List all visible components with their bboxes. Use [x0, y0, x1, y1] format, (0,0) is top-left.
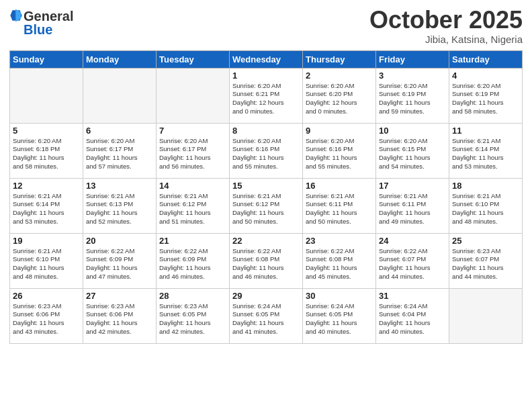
header-wednesday: Wednesday [230, 50, 303, 68]
calendar-cell [157, 68, 230, 123]
logo-general: General [24, 9, 73, 23]
day-number: 24 [379, 236, 446, 246]
day-info: Sunrise: 6:23 AM Sunset: 6:06 PM Dayligh… [13, 302, 80, 336]
header-friday: Friday [376, 50, 449, 68]
day-number: 13 [86, 181, 153, 191]
day-info: Sunrise: 6:24 AM Sunset: 6:05 PM Dayligh… [306, 302, 373, 336]
calendar-cell: 2Sunrise: 6:20 AM Sunset: 6:20 PM Daylig… [303, 68, 376, 123]
calendar-cell: 6Sunrise: 6:20 AM Sunset: 6:17 PM Daylig… [83, 123, 157, 178]
day-info: Sunrise: 6:23 AM Sunset: 6:06 PM Dayligh… [86, 302, 153, 336]
calendar-cell: 4Sunrise: 6:20 AM Sunset: 6:19 PM Daylig… [449, 68, 523, 123]
day-info: Sunrise: 6:22 AM Sunset: 6:08 PM Dayligh… [306, 247, 373, 281]
calendar-week-3: 19Sunrise: 6:21 AM Sunset: 6:10 PM Dayli… [10, 233, 523, 288]
day-info: Sunrise: 6:20 AM Sunset: 6:19 PM Dayligh… [452, 82, 519, 116]
calendar-cell: 19Sunrise: 6:21 AM Sunset: 6:10 PM Dayli… [10, 233, 83, 288]
header-saturday: Saturday [449, 50, 523, 68]
header-thursday: Thursday [303, 50, 376, 68]
day-number: 11 [452, 126, 519, 136]
header: General Blue October 2025 Jibia, Katsina… [9, 7, 523, 45]
day-number: 22 [232, 236, 300, 246]
calendar-week-1: 5Sunrise: 6:20 AM Sunset: 6:18 PM Daylig… [10, 123, 523, 178]
day-number: 8 [232, 126, 300, 136]
header-monday: Monday [83, 50, 157, 68]
header-tuesday: Tuesday [157, 50, 230, 68]
calendar-cell: 1Sunrise: 6:20 AM Sunset: 6:21 PM Daylig… [230, 68, 303, 123]
day-number: 16 [306, 181, 373, 191]
calendar-cell [449, 288, 523, 343]
calendar-cell: 8Sunrise: 6:20 AM Sunset: 6:16 PM Daylig… [230, 123, 303, 178]
day-info: Sunrise: 6:20 AM Sunset: 6:15 PM Dayligh… [379, 137, 446, 171]
calendar-week-4: 26Sunrise: 6:23 AM Sunset: 6:06 PM Dayli… [10, 288, 523, 343]
day-info: Sunrise: 6:20 AM Sunset: 6:19 PM Dayligh… [379, 82, 446, 116]
day-number: 12 [13, 181, 80, 191]
calendar-cell: 11Sunrise: 6:21 AM Sunset: 6:14 PM Dayli… [449, 123, 523, 178]
day-number: 1 [232, 71, 300, 81]
day-info: Sunrise: 6:21 AM Sunset: 6:10 PM Dayligh… [13, 247, 80, 281]
day-number: 4 [452, 71, 519, 81]
calendar-week-0: 1Sunrise: 6:20 AM Sunset: 6:21 PM Daylig… [10, 68, 523, 123]
day-info: Sunrise: 6:21 AM Sunset: 6:11 PM Dayligh… [379, 192, 446, 226]
logo: General Blue [9, 9, 73, 36]
calendar-cell: 16Sunrise: 6:21 AM Sunset: 6:11 PM Dayli… [303, 178, 376, 233]
calendar-cell [10, 68, 83, 123]
day-number: 2 [306, 71, 373, 81]
day-number: 14 [159, 181, 226, 191]
calendar-cell: 27Sunrise: 6:23 AM Sunset: 6:06 PM Dayli… [83, 288, 157, 343]
day-info: Sunrise: 6:24 AM Sunset: 6:04 PM Dayligh… [379, 302, 446, 336]
day-info: Sunrise: 6:23 AM Sunset: 6:07 PM Dayligh… [452, 247, 519, 281]
day-info: Sunrise: 6:20 AM Sunset: 6:17 PM Dayligh… [86, 137, 153, 171]
calendar-cell: 24Sunrise: 6:22 AM Sunset: 6:07 PM Dayli… [376, 233, 449, 288]
day-number: 29 [232, 291, 300, 301]
calendar-week-2: 12Sunrise: 6:21 AM Sunset: 6:14 PM Dayli… [10, 178, 523, 233]
calendar: Sunday Monday Tuesday Wednesday Thursday… [9, 50, 523, 344]
day-info: Sunrise: 6:20 AM Sunset: 6:18 PM Dayligh… [13, 137, 80, 171]
day-number: 6 [86, 126, 153, 136]
calendar-cell: 20Sunrise: 6:22 AM Sunset: 6:09 PM Dayli… [83, 233, 157, 288]
day-info: Sunrise: 6:23 AM Sunset: 6:05 PM Dayligh… [159, 302, 226, 336]
logo-icon [10, 8, 22, 23]
day-info: Sunrise: 6:21 AM Sunset: 6:11 PM Dayligh… [306, 192, 373, 226]
title-block: October 2025 Jibia, Katsina, Nigeria [369, 7, 523, 45]
calendar-header-row: Sunday Monday Tuesday Wednesday Thursday… [10, 50, 523, 68]
day-info: Sunrise: 6:22 AM Sunset: 6:09 PM Dayligh… [159, 247, 226, 281]
day-number: 18 [452, 181, 519, 191]
day-info: Sunrise: 6:20 AM Sunset: 6:17 PM Dayligh… [159, 137, 226, 171]
calendar-cell: 14Sunrise: 6:21 AM Sunset: 6:12 PM Dayli… [157, 178, 230, 233]
day-info: Sunrise: 6:21 AM Sunset: 6:14 PM Dayligh… [452, 137, 519, 171]
day-info: Sunrise: 6:21 AM Sunset: 6:10 PM Dayligh… [452, 192, 519, 226]
page: General Blue October 2025 Jibia, Katsina… [0, 0, 532, 411]
day-number: 17 [379, 181, 446, 191]
calendar-cell: 9Sunrise: 6:20 AM Sunset: 6:16 PM Daylig… [303, 123, 376, 178]
month-title: October 2025 [369, 7, 523, 34]
header-sunday: Sunday [10, 50, 83, 68]
day-info: Sunrise: 6:24 AM Sunset: 6:05 PM Dayligh… [232, 302, 300, 336]
calendar-cell: 15Sunrise: 6:21 AM Sunset: 6:12 PM Dayli… [230, 178, 303, 233]
calendar-cell: 5Sunrise: 6:20 AM Sunset: 6:18 PM Daylig… [10, 123, 83, 178]
day-info: Sunrise: 6:22 AM Sunset: 6:09 PM Dayligh… [86, 247, 153, 281]
calendar-cell: 3Sunrise: 6:20 AM Sunset: 6:19 PM Daylig… [376, 68, 449, 123]
calendar-cell: 26Sunrise: 6:23 AM Sunset: 6:06 PM Dayli… [10, 288, 83, 343]
calendar-cell: 23Sunrise: 6:22 AM Sunset: 6:08 PM Dayli… [303, 233, 376, 288]
day-number: 5 [13, 126, 80, 136]
day-number: 28 [159, 291, 226, 301]
calendar-cell: 22Sunrise: 6:22 AM Sunset: 6:08 PM Dayli… [230, 233, 303, 288]
calendar-cell [83, 68, 157, 123]
day-number: 19 [13, 236, 80, 246]
day-info: Sunrise: 6:20 AM Sunset: 6:16 PM Dayligh… [306, 137, 373, 171]
location: Jibia, Katsina, Nigeria [369, 34, 523, 45]
day-number: 26 [13, 291, 80, 301]
calendar-cell: 18Sunrise: 6:21 AM Sunset: 6:10 PM Dayli… [449, 178, 523, 233]
calendar-cell: 29Sunrise: 6:24 AM Sunset: 6:05 PM Dayli… [230, 288, 303, 343]
calendar-cell: 7Sunrise: 6:20 AM Sunset: 6:17 PM Daylig… [157, 123, 230, 178]
calendar-cell: 30Sunrise: 6:24 AM Sunset: 6:05 PM Dayli… [303, 288, 376, 343]
day-number: 30 [306, 291, 373, 301]
calendar-cell: 12Sunrise: 6:21 AM Sunset: 6:14 PM Dayli… [10, 178, 83, 233]
day-number: 7 [159, 126, 226, 136]
day-number: 9 [306, 126, 373, 136]
day-info: Sunrise: 6:20 AM Sunset: 6:16 PM Dayligh… [232, 137, 300, 171]
calendar-cell: 28Sunrise: 6:23 AM Sunset: 6:05 PM Dayli… [157, 288, 230, 343]
calendar-cell: 17Sunrise: 6:21 AM Sunset: 6:11 PM Dayli… [376, 178, 449, 233]
calendar-cell: 13Sunrise: 6:21 AM Sunset: 6:13 PM Dayli… [83, 178, 157, 233]
day-info: Sunrise: 6:21 AM Sunset: 6:14 PM Dayligh… [13, 192, 80, 226]
day-number: 27 [86, 291, 153, 301]
